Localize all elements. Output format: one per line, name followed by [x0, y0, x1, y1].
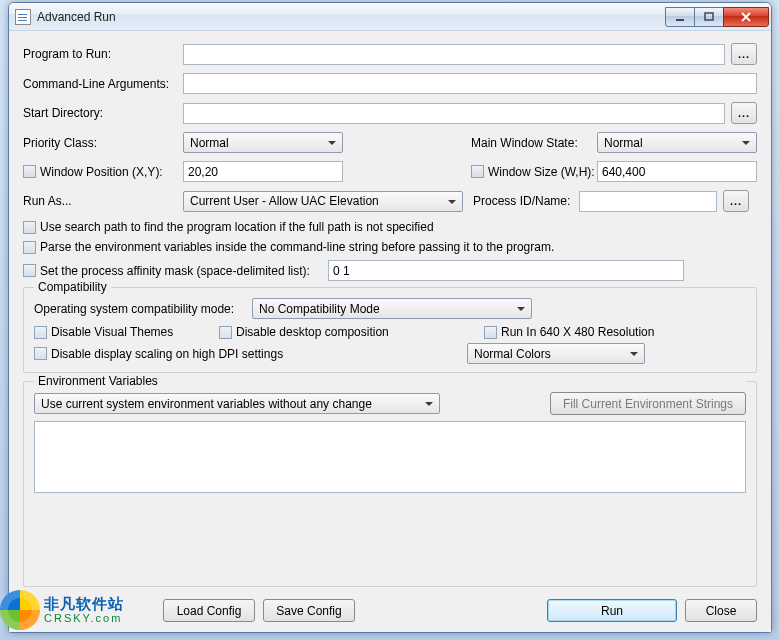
svg-rect-0: [676, 19, 684, 21]
winsize-checkbox[interactable]: [471, 165, 484, 178]
startdir-browse-button[interactable]: ...: [731, 102, 757, 124]
disable-themes-label: Disable Visual Themes: [51, 325, 219, 339]
window-title: Advanced Run: [37, 10, 666, 24]
parseenv-checkbox[interactable]: [23, 241, 36, 254]
args-input[interactable]: [183, 73, 757, 94]
disable-themes-checkbox[interactable]: [34, 326, 47, 339]
disable-dpi-label: Disable display scaling on high DPI sett…: [51, 347, 467, 361]
mainwin-label: Main Window State:: [471, 136, 597, 150]
titlebar[interactable]: Advanced Run: [9, 3, 771, 31]
compatmode-label: Operating system compatibility mode:: [34, 302, 252, 316]
priority-label: Priority Class:: [23, 136, 183, 150]
priority-select[interactable]: Normal: [183, 132, 343, 153]
run-640-label: Run In 640 X 480 Resolution: [501, 325, 654, 339]
procid-browse-button[interactable]: ...: [723, 190, 749, 212]
colors-value: Normal Colors: [474, 347, 551, 361]
priority-value: Normal: [190, 136, 229, 150]
run-640-checkbox[interactable]: [484, 326, 497, 339]
env-textarea[interactable]: [34, 421, 746, 493]
startdir-label: Start Directory:: [23, 106, 183, 120]
app-window: Advanced Run Program to Run: ... Command…: [8, 2, 772, 633]
env-group: Environment Variables Use current system…: [23, 381, 757, 587]
mainwin-value: Normal: [604, 136, 643, 150]
run-button[interactable]: Run: [547, 599, 677, 622]
compatmode-select[interactable]: No Compatibility Mode: [252, 298, 532, 319]
program-input[interactable]: [183, 44, 725, 65]
procid-input[interactable]: [579, 191, 717, 212]
disable-composition-label: Disable desktop composition: [236, 325, 484, 339]
program-browse-button[interactable]: ...: [731, 43, 757, 65]
bottom-bar: Load Config Save Config Run Close: [23, 599, 757, 622]
disable-dpi-checkbox[interactable]: [34, 347, 47, 360]
affinity-input[interactable]: [328, 260, 684, 281]
winpos-input[interactable]: [183, 161, 343, 182]
env-title: Environment Variables: [34, 374, 746, 388]
program-label: Program to Run:: [23, 47, 183, 61]
app-icon: [15, 9, 31, 25]
procid-label: Process ID/Name:: [473, 194, 579, 208]
disable-composition-checkbox[interactable]: [219, 326, 232, 339]
load-config-button[interactable]: Load Config: [163, 599, 255, 622]
maximize-button[interactable]: [694, 7, 724, 27]
affinity-checkbox[interactable]: [23, 264, 36, 277]
svg-rect-1: [705, 13, 713, 20]
winpos-checkbox[interactable]: [23, 165, 36, 178]
minimize-button[interactable]: [665, 7, 695, 27]
args-label: Command-Line Arguments:: [23, 77, 183, 91]
winsize-input[interactable]: [597, 161, 757, 182]
affinity-label: Set the process affinity mask (space-del…: [40, 264, 328, 278]
runas-select[interactable]: Current User - Allow UAC Elevation: [183, 191, 463, 212]
env-value: Use current system environment variables…: [41, 397, 372, 411]
close-button[interactable]: [723, 7, 769, 27]
startdir-input[interactable]: [183, 103, 725, 124]
compatibility-group: Compatibility Operating system compatibi…: [23, 287, 757, 373]
colors-select[interactable]: Normal Colors: [467, 343, 645, 364]
compatibility-title: Compatibility: [34, 280, 111, 294]
searchpath-label: Use search path to find the program loca…: [40, 220, 434, 234]
client-area: Program to Run: ... Command-Line Argumen…: [9, 31, 771, 632]
winpos-label: Window Position (X,Y):: [40, 165, 183, 179]
window-controls: [666, 7, 769, 27]
mainwin-select[interactable]: Normal: [597, 132, 757, 153]
parseenv-label: Parse the environment variables inside t…: [40, 240, 554, 254]
searchpath-checkbox[interactable]: [23, 221, 36, 234]
runas-label: Run As...: [23, 194, 183, 208]
winsize-label: Window Size (W,H):: [488, 165, 597, 179]
close-app-button[interactable]: Close: [685, 599, 757, 622]
compatmode-value: No Compatibility Mode: [259, 302, 380, 316]
save-config-button[interactable]: Save Config: [263, 599, 355, 622]
env-select[interactable]: Use current system environment variables…: [34, 393, 440, 414]
runas-value: Current User - Allow UAC Elevation: [190, 194, 379, 208]
fill-env-button[interactable]: Fill Current Environment Strings: [550, 392, 746, 415]
